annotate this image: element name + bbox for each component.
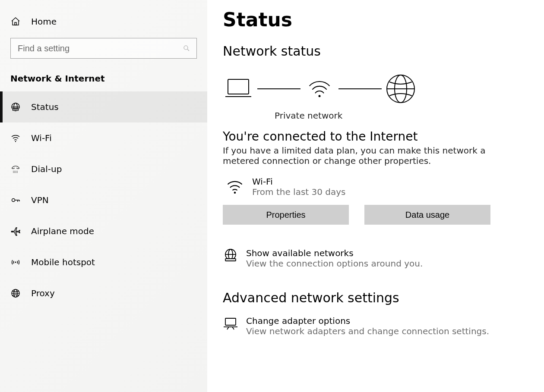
main-content: Status Network status bbox=[207, 0, 544, 392]
sidebar-item-label: Proxy bbox=[31, 288, 55, 298]
page-title: Status bbox=[223, 9, 527, 31]
network-status-heading: Network status bbox=[223, 44, 527, 59]
wifi-icon bbox=[304, 73, 335, 104]
globe-icon bbox=[10, 288, 21, 298]
svg-line-2 bbox=[187, 49, 189, 51]
connection-sub: From the last 30 days bbox=[252, 187, 346, 197]
svg-line-39 bbox=[227, 327, 229, 329]
sidebar-home-label: Home bbox=[31, 16, 57, 27]
svg-point-16 bbox=[16, 172, 16, 173]
search-icon bbox=[183, 44, 190, 52]
wifi-icon bbox=[225, 177, 244, 196]
sidebar-item-wifi[interactable]: Wi-Fi bbox=[0, 122, 207, 154]
wifi-icon bbox=[10, 133, 21, 143]
home-icon bbox=[10, 16, 21, 27]
svg-point-15 bbox=[14, 172, 15, 173]
svg-line-40 bbox=[232, 327, 234, 329]
search-container bbox=[10, 38, 197, 59]
svg-rect-36 bbox=[225, 259, 236, 261]
sidebar-item-dialup[interactable]: Dial-up bbox=[0, 154, 207, 185]
sidebar-item-airplane[interactable]: Airplane mode bbox=[0, 216, 207, 247]
hotspot-icon bbox=[10, 257, 21, 267]
svg-point-18 bbox=[12, 199, 15, 202]
svg-point-10 bbox=[13, 171, 14, 172]
advanced-heading: Advanced network settings bbox=[223, 290, 527, 305]
connected-heading: You're connected to the Internet bbox=[223, 129, 527, 144]
svg-rect-26 bbox=[228, 79, 249, 94]
connected-description: If you have a limited data plan, you can… bbox=[223, 145, 486, 166]
link-sub: View the connection options around you. bbox=[246, 258, 423, 269]
connector-line bbox=[338, 88, 382, 89]
svg-point-32 bbox=[234, 191, 236, 194]
svg-point-14 bbox=[13, 172, 14, 173]
search-input[interactable] bbox=[17, 43, 183, 54]
change-adapter-options[interactable]: Change adapter options View network adap… bbox=[223, 316, 527, 336]
svg-point-11 bbox=[14, 171, 15, 172]
sidebar-item-vpn[interactable]: VPN bbox=[0, 185, 207, 216]
settings-sidebar: Home Network & Internet Sta bbox=[0, 0, 207, 392]
network-diagram bbox=[223, 69, 527, 108]
svg-point-28 bbox=[319, 95, 321, 97]
show-available-networks[interactable]: Show available networks View the connect… bbox=[223, 248, 527, 269]
svg-rect-37 bbox=[225, 318, 236, 325]
data-usage-button[interactable]: Data usage bbox=[364, 205, 490, 225]
svg-rect-0 bbox=[15, 22, 16, 25]
sidebar-item-label: Status bbox=[31, 102, 59, 112]
sidebar-category: Network & Internet bbox=[0, 66, 207, 91]
globe-icon bbox=[385, 73, 416, 104]
link-title: Show available networks bbox=[246, 248, 423, 258]
globe-status-icon bbox=[10, 102, 21, 112]
connection-name: Wi-Fi bbox=[252, 176, 346, 187]
connection-info: Wi-Fi From the last 30 days bbox=[223, 176, 527, 197]
sidebar-item-label: Dial-up bbox=[31, 164, 62, 174]
sidebar-item-proxy[interactable]: Proxy bbox=[0, 278, 207, 309]
svg-point-12 bbox=[16, 171, 16, 172]
svg-point-9 bbox=[15, 141, 16, 142]
settings-search[interactable] bbox=[10, 38, 197, 59]
properties-button[interactable]: Properties bbox=[223, 205, 349, 225]
globe-network-icon bbox=[223, 248, 238, 263]
svg-point-1 bbox=[184, 46, 188, 50]
svg-point-22 bbox=[15, 261, 16, 263]
adapter-icon bbox=[223, 316, 238, 331]
airplane-icon bbox=[10, 226, 21, 236]
sidebar-item-label: Mobile hotspot bbox=[31, 257, 95, 267]
connector-line bbox=[257, 88, 300, 89]
dialup-icon bbox=[10, 164, 21, 174]
sidebar-item-status[interactable]: Status bbox=[0, 91, 207, 122]
connection-buttons: Properties Data usage bbox=[223, 205, 527, 225]
sidebar-item-label: Airplane mode bbox=[31, 226, 94, 236]
sidebar-item-hotspot[interactable]: Mobile hotspot bbox=[0, 247, 207, 278]
laptop-icon bbox=[223, 73, 254, 104]
sidebar-home[interactable]: Home bbox=[0, 12, 207, 31]
network-label: Private network bbox=[223, 110, 527, 121]
link-sub: View network adapters and change connect… bbox=[246, 326, 489, 336]
sidebar-item-label: VPN bbox=[31, 195, 49, 205]
link-title: Change adapter options bbox=[246, 316, 489, 326]
svg-point-17 bbox=[17, 172, 18, 173]
vpn-icon bbox=[10, 195, 21, 205]
sidebar-item-label: Wi-Fi bbox=[31, 133, 52, 143]
svg-point-13 bbox=[17, 171, 18, 172]
